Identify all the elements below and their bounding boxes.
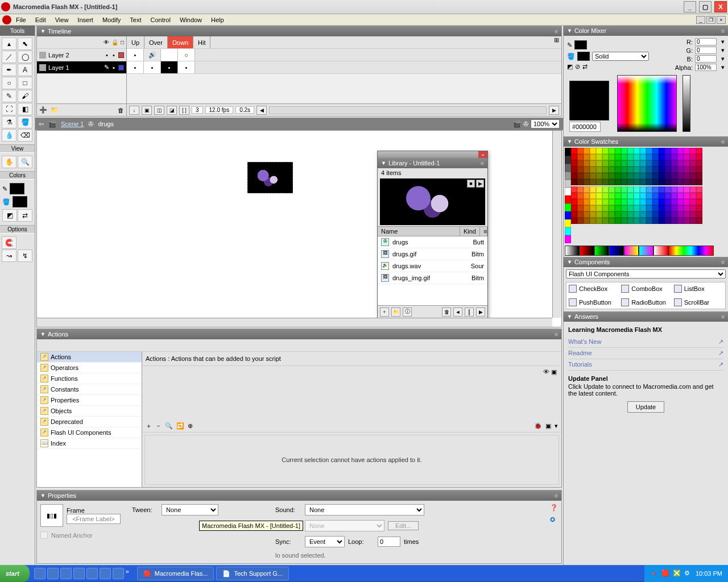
wide-view-icon[interactable]: ◄ — [453, 307, 462, 317]
paintbucket-tool-icon[interactable]: 🪣 — [18, 116, 32, 128]
stroke-color-well[interactable] — [10, 183, 24, 194]
quicklaunch-icon[interactable] — [34, 568, 46, 579]
actions-category[interactable]: ↗Operators — [37, 363, 142, 373]
component-set-select[interactable]: Flash UI Components — [566, 269, 726, 278]
timeline-menu-icon[interactable]: ⊞ — [551, 36, 561, 48]
tween-select[interactable]: None — [162, 504, 218, 516]
collapse-icon[interactable]: ▼ — [40, 28, 46, 34]
list-item[interactable]: 🖼drugs.gifBitm — [378, 248, 487, 260]
panel-options-icon[interactable]: ≡ — [555, 493, 558, 499]
menu-edit[interactable]: Edit — [35, 16, 46, 23]
scroll-right-icon[interactable]: ▶ — [549, 106, 559, 115]
delete-item-icon[interactable]: 🗑 — [442, 307, 451, 317]
update-button[interactable]: Update — [627, 401, 664, 413]
stage[interactable]: × ▼Library - Untitled-1≡ 4 items ■▶ Name… — [36, 130, 562, 327]
menu-insert[interactable]: Insert — [77, 16, 93, 23]
actions-category[interactable]: ↗Deprecated — [37, 417, 142, 427]
state-tab-down[interactable]: Down — [168, 36, 193, 48]
edit-symbol-icon[interactable]: ✇ — [523, 120, 528, 128]
find-icon[interactable]: 🔍 — [165, 422, 173, 430]
view-mode-icon[interactable]: ▣ — [545, 422, 551, 430]
menu-view[interactable]: View — [55, 16, 69, 23]
fill-color-well[interactable] — [577, 52, 590, 61]
quicklaunch-icon[interactable] — [86, 568, 98, 579]
panel-options-icon[interactable]: ≡ — [721, 314, 725, 320]
onion-outline-icon[interactable]: ◪ — [167, 106, 177, 115]
tray-icon[interactable]: ❎ — [673, 569, 681, 577]
center-frame-icon[interactable]: ▣ — [142, 106, 152, 115]
list-item[interactable]: 🔊drugs.wavSour — [378, 260, 487, 272]
panel-options-icon[interactable]: ≡ — [481, 160, 484, 167]
b-input[interactable] — [695, 55, 717, 63]
default-colors-icon[interactable]: ◩ — [2, 209, 17, 222]
transform-tool-icon[interactable]: ⛶ — [2, 103, 16, 115]
new-folder-icon[interactable]: 📁 — [391, 307, 400, 317]
timeline-scrollbar[interactable] — [269, 106, 547, 114]
new-symbol-icon[interactable]: + — [380, 307, 389, 317]
quicklaunch-icon[interactable] — [113, 568, 124, 579]
library-close-icon[interactable]: × — [478, 151, 487, 158]
narrow-view-icon[interactable]: ║ — [465, 307, 474, 317]
actions-category[interactable]: ↗Flash UI Components — [37, 427, 142, 438]
frame-cell[interactable]: • — [127, 49, 144, 61]
doc-close-button[interactable]: × — [717, 16, 726, 24]
hex-value[interactable]: #000000 — [569, 122, 601, 132]
doc-minimize-button[interactable]: _ — [696, 16, 705, 24]
menu-text[interactable]: Text — [130, 16, 141, 23]
minimize-button[interactable]: _ — [684, 1, 696, 13]
playhead-icon[interactable]: ↓ — [129, 106, 139, 115]
quicklaunch-icon[interactable] — [73, 568, 85, 579]
subselect-tool-icon[interactable]: ⬉ — [18, 38, 32, 50]
quicklaunch-icon[interactable] — [100, 568, 111, 579]
taskbar-item[interactable]: 🔴Macromedia Flas... — [137, 567, 214, 580]
actions-category[interactable]: 📖Index — [37, 438, 142, 449]
eyedropper-tool-icon[interactable]: 💧 — [2, 129, 16, 142]
remove-action-icon[interactable]: － — [155, 422, 162, 430]
quicklaunch-icon[interactable] — [47, 568, 59, 579]
frame-label-input[interactable] — [67, 514, 121, 524]
gradient-swatches[interactable] — [565, 246, 727, 256]
alpha-input[interactable] — [695, 64, 717, 71]
stage-vscrollbar[interactable] — [552, 131, 561, 318]
doc-restore-button[interactable]: ❐ — [706, 16, 715, 24]
pin-icon[interactable]: 👁 — [543, 368, 549, 418]
g-input[interactable] — [695, 47, 717, 54]
edit-multiple-icon[interactable]: [ ] — [179, 106, 189, 115]
actions-category[interactable]: ↗Properties — [37, 395, 142, 406]
clock[interactable]: 10:03 PM — [696, 570, 722, 577]
swatch-grid[interactable] — [571, 186, 702, 224]
menu-window[interactable]: Window — [180, 16, 202, 23]
sound-select[interactable]: None — [305, 504, 424, 516]
tray-icon[interactable]: 🟥 — [661, 569, 669, 577]
target-icon[interactable]: ⊕ — [188, 422, 193, 430]
lock-header-icon[interactable]: 🔒 — [111, 39, 118, 45]
default-colors-icon[interactable]: ◩ — [567, 63, 573, 70]
snap-option-icon[interactable]: 🧲 — [2, 236, 16, 249]
pencil-tool-icon[interactable]: ✎ — [2, 90, 16, 102]
back-button-icon[interactable]: ⇦ — [39, 120, 44, 128]
text-tool-icon[interactable]: A — [18, 64, 32, 76]
smooth-option-icon[interactable]: ↝ — [2, 250, 16, 262]
frame-cell[interactable]: ○ — [178, 49, 195, 61]
component-item[interactable]: CheckBox — [569, 285, 618, 293]
frame-cell[interactable]: • — [144, 61, 161, 73]
reference-icon[interactable]: ▾ — [555, 422, 558, 430]
lasso-tool-icon[interactable]: ◯ — [18, 51, 32, 63]
actions-category[interactable]: ↗Actions — [37, 352, 142, 363]
layer-row[interactable]: Layer 2 •• — [37, 49, 126, 61]
menu-file[interactable]: File — [16, 16, 26, 23]
edit-scene-icon[interactable]: 🎬 — [513, 120, 521, 128]
brush-tool-icon[interactable]: 🖌 — [18, 90, 32, 102]
swatch-grid[interactable] — [571, 148, 702, 185]
layer-row[interactable]: Layer 1 ✎ • — [37, 61, 126, 74]
zoom-select[interactable]: 100% — [531, 119, 560, 128]
scroll-left-icon[interactable]: ◀ — [257, 106, 267, 115]
stroke-color-well[interactable] — [574, 40, 587, 49]
quicklaunch-icon[interactable] — [60, 568, 72, 579]
add-action-icon[interactable]: ＋ — [146, 422, 152, 430]
fill-picker-icon[interactable]: 🪣 — [567, 53, 575, 60]
expand-panel-icon[interactable]: ✪ — [550, 516, 558, 523]
fill-type-select[interactable]: Solid — [592, 52, 649, 61]
swap-colors-icon[interactable]: ⇄ — [18, 209, 32, 222]
arrow-tool-icon[interactable]: ▴ — [2, 38, 16, 50]
